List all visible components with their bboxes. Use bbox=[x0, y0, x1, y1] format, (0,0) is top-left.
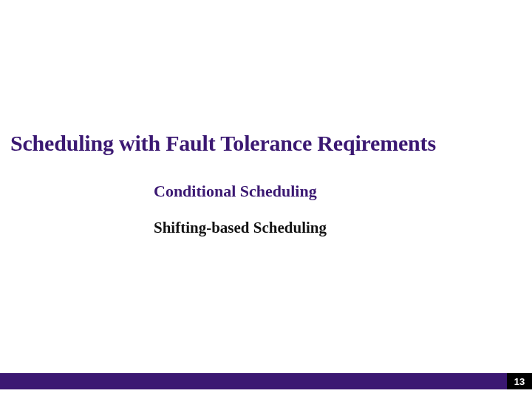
slide: Scheduling with Fault Tolerance Reqireme… bbox=[0, 0, 532, 399]
page-number: 13 bbox=[507, 373, 532, 389]
footer-bar bbox=[0, 373, 532, 389]
slide-title: Scheduling with Fault Tolerance Reqireme… bbox=[10, 131, 532, 156]
subtitle-shifting: Shifting-based Scheduling bbox=[154, 219, 327, 237]
subtitle-conditional: Conditional Scheduling bbox=[154, 182, 317, 201]
